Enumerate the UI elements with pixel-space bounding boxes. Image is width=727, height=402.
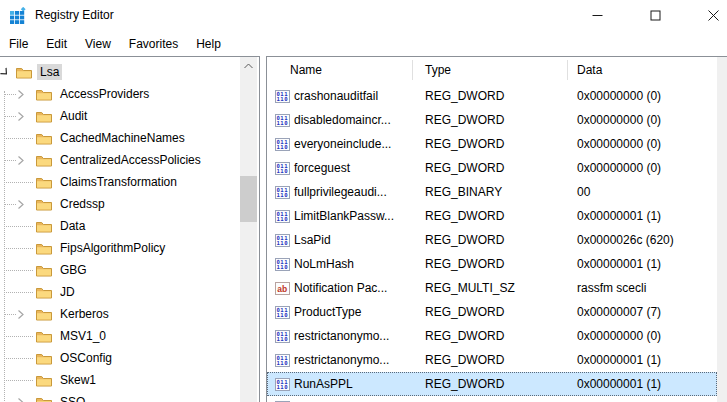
menu-item-view[interactable]: View: [76, 34, 120, 54]
registry-editor-window: Registry Editor FileEditViewFavoritesHel…: [0, 0, 727, 402]
tree-item-osconfig[interactable]: OSConfig: [0, 347, 240, 369]
registry-value-row-restrictanonymo[interactable]: 011110 restrictanonymo... REG_DWORD 0x00…: [267, 348, 717, 372]
registry-value-row-producttype[interactable]: 011110 ProductType REG_DWORD 0x00000007 …: [267, 300, 717, 324]
svg-text:110: 110: [277, 216, 289, 222]
registry-value-row-notification-pac[interactable]: ab Notification Pac... REG_MULTI_SZ rass…: [267, 276, 717, 300]
chevron-icon[interactable]: [17, 308, 30, 320]
tree-item-label: AccessProviders: [57, 86, 152, 102]
registry-value-row-disabledomaincr[interactable]: 011110 disabledomaincr... REG_DWORD 0x00…: [267, 108, 717, 132]
tree-connector-line: [4, 226, 33, 227]
value-name: Notification Pac...: [294, 281, 387, 295]
tree-item-fipsalgorithmpolicy[interactable]: FipsAlgorithmPolicy: [0, 237, 240, 259]
value-data: 0x00000001 (1): [577, 252, 661, 276]
menu-item-favorites[interactable]: Favorites: [120, 34, 187, 54]
scroll-up-button[interactable]: [240, 57, 257, 74]
tree-item-centralizedaccesspolicies[interactable]: CentralizedAccessPolicies: [0, 149, 240, 171]
tree-vertical-scrollbar[interactable]: [240, 57, 257, 402]
close-button[interactable]: [690, 0, 727, 31]
value-name: crashonauditfail: [294, 89, 378, 103]
tree-item-jd[interactable]: JD: [0, 281, 240, 303]
folder-icon: [16, 66, 32, 79]
value-data: 0x00000007 (7): [577, 300, 661, 324]
registry-value-row-partial[interactable]: 011110: [267, 396, 717, 402]
tree-item-accessproviders[interactable]: AccessProviders: [0, 83, 240, 105]
registry-value-row-runasppl[interactable]: 011110 RunAsPPL REG_DWORD 0x00000001 (1): [267, 372, 717, 396]
tree-item-cachedmachinenames[interactable]: CachedMachineNames: [0, 127, 240, 149]
value-type: REG_DWORD: [425, 300, 504, 324]
tree-item-credssp[interactable]: Credssp: [0, 193, 240, 215]
tree-item-kerberos[interactable]: Kerberos: [0, 303, 240, 325]
tree-item-lsa[interactable]: Lsa: [0, 61, 240, 83]
scrollbar-thumb[interactable]: [240, 176, 257, 222]
maximize-button[interactable]: [632, 0, 678, 31]
tree-item-label: Audit: [57, 108, 90, 124]
tree-item-claimstransformation[interactable]: ClaimsTransformation: [0, 171, 240, 193]
binary-value-icon: 011110: [275, 138, 290, 151]
value-name: RunAsPPL: [294, 377, 353, 391]
tree-connector-line: [4, 292, 33, 293]
svg-text:110: 110: [277, 384, 289, 390]
list-body: 011110 crashonauditfail REG_DWORD 0x0000…: [267, 84, 727, 402]
tree-item-gbg[interactable]: GBG: [0, 259, 240, 281]
list-header: Name Type Data: [267, 57, 727, 84]
registry-value-row-everyoneinclude[interactable]: 011110 everyoneinclude... REG_DWORD 0x00…: [267, 132, 717, 156]
value-name: restrictanonymo...: [294, 329, 389, 343]
binary-value-icon: 011110: [275, 186, 290, 199]
value-data: 0x0000026c (620): [577, 228, 674, 252]
tree-connector-line: [4, 358, 33, 359]
binary-value-icon: 011110: [275, 354, 290, 367]
registry-value-row-restrictanonymo[interactable]: 011110 restrictanonymo... REG_DWORD 0x00…: [267, 324, 717, 348]
value-name: disabledomaincr...: [294, 113, 391, 127]
chevron-icon[interactable]: [17, 88, 30, 100]
tree-item-label: FipsAlgorithmPolicy: [57, 240, 168, 256]
svg-text:110: 110: [277, 312, 289, 318]
value-type: REG_MULTI_SZ: [425, 276, 515, 300]
window-title: Registry Editor: [35, 8, 114, 22]
tree-item-audit[interactable]: Audit: [0, 105, 240, 127]
tree-item-label: ClaimsTransformation: [57, 174, 180, 190]
title-bar[interactable]: Registry Editor: [0, 0, 727, 31]
column-separator[interactable]: [567, 60, 568, 80]
column-header-data[interactable]: Data: [577, 57, 602, 84]
close-icon: [708, 10, 719, 21]
column-separator[interactable]: [412, 60, 413, 80]
svg-text:110: 110: [277, 120, 289, 126]
minimize-button[interactable]: [574, 0, 620, 31]
chevron-icon[interactable]: [1, 66, 14, 78]
value-name: forceguest: [294, 161, 350, 175]
menu-item-edit[interactable]: Edit: [37, 34, 76, 54]
chevron-icon[interactable]: [17, 198, 30, 210]
folder-icon: [36, 352, 52, 365]
registry-value-row-crashonauditfail[interactable]: 011110 crashonauditfail REG_DWORD 0x0000…: [267, 84, 717, 108]
value-data: 0x00000000 (0): [577, 156, 661, 180]
menu-item-help[interactable]: Help: [187, 34, 230, 54]
registry-value-row-lsapid[interactable]: 011110 LsaPid REG_DWORD 0x0000026c (620): [267, 228, 717, 252]
binary-value-icon: 011110: [275, 90, 290, 103]
tree-item-data[interactable]: Data: [0, 215, 240, 237]
tree-item-msv1-0[interactable]: MSV1_0: [0, 325, 240, 347]
registry-values-pane: Name Type Data 011110 crashonauditfail R…: [266, 56, 727, 402]
registry-value-row-fullprivilegeaudi[interactable]: 011110 fullprivilegeaudi... REG_BINARY 0…: [267, 180, 717, 204]
column-header-name[interactable]: Name: [290, 57, 322, 84]
tree-connector-line: [4, 204, 16, 205]
menu-item-file[interactable]: File: [0, 34, 37, 54]
folder-icon: [36, 220, 52, 233]
tree-item-sso[interactable]: SSO: [0, 391, 240, 402]
registry-value-row-limitblankpassw[interactable]: 011110 LimitBlankPassw... REG_DWORD 0x00…: [267, 204, 717, 228]
column-header-type[interactable]: Type: [425, 57, 451, 84]
folder-icon: [36, 374, 52, 387]
registry-value-row-nolmhash[interactable]: 011110 NoLmHash REG_DWORD 0x00000001 (1): [267, 252, 717, 276]
value-type: REG_DWORD: [425, 348, 504, 372]
value-data: 0x00000000 (0): [577, 324, 661, 348]
maximize-icon: [650, 10, 661, 21]
list-vertical-scrollbar[interactable]: [717, 57, 727, 402]
tree-item-skew1[interactable]: Skew1: [0, 369, 240, 391]
chevron-icon[interactable]: [17, 154, 30, 166]
registry-value-row-forceguest[interactable]: 011110 forceguest REG_DWORD 0x00000000 (…: [267, 156, 717, 180]
value-data: 0x00000000 (0): [577, 132, 661, 156]
chevron-icon[interactable]: [17, 110, 30, 122]
registry-editor-icon: [9, 7, 27, 25]
tree-connector-line: [4, 314, 16, 315]
value-name: everyoneinclude...: [294, 137, 391, 151]
chevron-icon[interactable]: [17, 396, 30, 402]
